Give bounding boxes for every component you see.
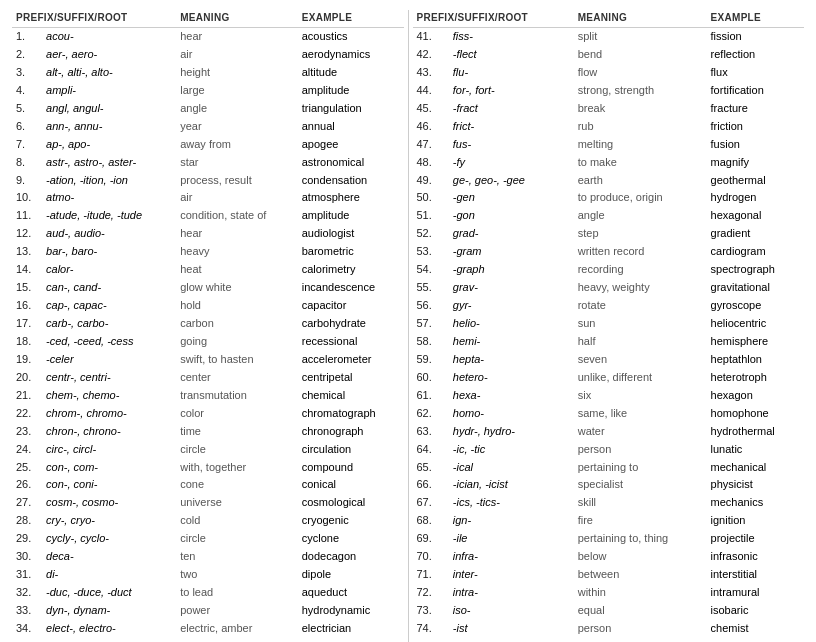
table-row: 65.-icalpertaining tomechanical xyxy=(413,459,805,477)
row-number: 4. xyxy=(12,82,42,100)
row-number: 61. xyxy=(413,387,449,405)
example-cell: homophone xyxy=(707,405,804,423)
prefix-cell: -gen xyxy=(449,189,574,207)
row-number: 62. xyxy=(413,405,449,423)
row-number: 42. xyxy=(413,46,449,64)
meaning-cell: person xyxy=(574,441,707,459)
prefix-cell: -ation, -ition, -ion xyxy=(42,172,176,190)
row-number: 58. xyxy=(413,333,449,351)
table-row: 30.deca-tendodecagon xyxy=(12,548,404,566)
meaning-cell: ten xyxy=(176,548,298,566)
table-row: 34.elect-, electro-electric, amberelectr… xyxy=(12,620,404,638)
example-cell: hexagon xyxy=(707,387,804,405)
right-table: Prefix/Suffix/Root meaning example 41.fi… xyxy=(413,10,805,642)
example-cell: audiologist xyxy=(298,225,404,243)
table-row: 7.ap-, apo-away fromapogee xyxy=(12,136,404,154)
table-row: 9.-ation, -ition, -ionprocess, resultcon… xyxy=(12,172,404,190)
example-cell: infrasonic xyxy=(707,548,804,566)
example-cell: mechanics xyxy=(707,494,804,512)
row-number: 20. xyxy=(12,369,42,387)
example-cell: recessional xyxy=(298,333,404,351)
example-cell: gyroscope xyxy=(707,297,804,315)
row-number: 31. xyxy=(12,566,42,584)
table-row: 15.can-, cand-glow whiteincandescence xyxy=(12,279,404,297)
table-row: 1.acou-hearacoustics xyxy=(12,28,404,46)
table-row: 12.aud-, audio-hearaudiologist xyxy=(12,225,404,243)
meaning-cell: state of xyxy=(176,638,298,642)
row-number: 57. xyxy=(413,315,449,333)
meaning-cell: heavy xyxy=(176,243,298,261)
row-number: 71. xyxy=(413,566,449,584)
meaning-cell: bend xyxy=(574,46,707,64)
prefix-cell: -fract xyxy=(449,100,574,118)
meaning-cell: strong, strength xyxy=(574,82,707,100)
table-row: 50.-gento produce, originhydrogen xyxy=(413,189,805,207)
example-cell: fusion xyxy=(707,136,804,154)
row-number: 74. xyxy=(413,620,449,638)
left-col3-header: example xyxy=(298,10,404,28)
example-cell: flux xyxy=(707,64,804,82)
table-row: 60.hetero-unlike, differentheterotroph xyxy=(413,369,805,387)
prefix-cell: hetero- xyxy=(449,369,574,387)
table-row: 26.con-, coni-coneconical xyxy=(12,476,404,494)
table-row: 44.for-, fort-strong, strengthfortificat… xyxy=(413,82,805,100)
prefix-cell: iso- xyxy=(449,602,574,620)
meaning-cell: angle xyxy=(574,207,707,225)
prefix-cell: infra- xyxy=(449,548,574,566)
table-row: 68.ign-fireignition xyxy=(413,512,805,530)
example-cell: carbohydrate xyxy=(298,315,404,333)
table-row: 5.angl, angul-angletriangulation xyxy=(12,100,404,118)
example-cell: aerodynamics xyxy=(298,46,404,64)
meaning-cell: rub xyxy=(574,118,707,136)
table-row: 19.-celerswift, to hastenaccelerometer xyxy=(12,351,404,369)
row-number: 13. xyxy=(12,243,42,261)
row-number: 48. xyxy=(413,154,449,172)
prefix-cell: carb-, carbo- xyxy=(42,315,176,333)
meaning-cell: electric, amber xyxy=(176,620,298,638)
example-cell: cryogenic xyxy=(298,512,404,530)
row-number: 32. xyxy=(12,584,42,602)
row-number: 19. xyxy=(12,351,42,369)
example-cell: gravitational xyxy=(707,279,804,297)
meaning-cell: large xyxy=(176,82,298,100)
prefix-cell: hydr-, hydro- xyxy=(449,423,574,441)
row-number: 5. xyxy=(12,100,42,118)
example-cell: mechanical xyxy=(707,459,804,477)
table-row: 2.aer-, aero-airaerodynamics xyxy=(12,46,404,64)
example-cell: projectile xyxy=(707,530,804,548)
meaning-cell: cold xyxy=(176,512,298,530)
table-row: 53.-gramwritten recordcardiogram xyxy=(413,243,805,261)
meaning-cell: pertaining to xyxy=(574,459,707,477)
prefix-cell: di- xyxy=(42,566,176,584)
row-number: 68. xyxy=(413,512,449,530)
meaning-cell: step xyxy=(574,225,707,243)
example-cell: ignition xyxy=(707,512,804,530)
row-number: 11. xyxy=(12,207,42,225)
table-row: 69.-ilepertaining to, thingprojectile xyxy=(413,530,805,548)
row-number: 17. xyxy=(12,315,42,333)
row-number: 41. xyxy=(413,28,449,46)
meaning-cell: hear xyxy=(176,28,298,46)
example-cell: hemisphere xyxy=(707,333,804,351)
table-row: 63.hydr-, hydro-waterhydrothermal xyxy=(413,423,805,441)
table-row: 10.atmo-airatmosphere xyxy=(12,189,404,207)
meaning-cell: height xyxy=(176,64,298,82)
prefix-cell: -istry xyxy=(449,638,574,642)
prefix-cell: alt-, alti-, alto- xyxy=(42,64,176,82)
row-number: 10. xyxy=(12,189,42,207)
table-row: 62.homo-same, likehomophone xyxy=(413,405,805,423)
prefix-cell: dyn-, dynam- xyxy=(42,602,176,620)
table-row: 33.dyn-, dynam-powerhydrodynamic xyxy=(12,602,404,620)
example-cell: cosmological xyxy=(298,494,404,512)
right-col3-header: example xyxy=(707,10,804,28)
example-cell: atmosphere xyxy=(298,189,404,207)
example-cell: gradient xyxy=(707,225,804,243)
table-row: 29.cycly-, cyclo-circlecyclone xyxy=(12,530,404,548)
left-half: Prefix/Suffix/Root meaning example 1.aco… xyxy=(12,10,404,642)
prefix-cell: -gram xyxy=(449,243,574,261)
example-cell: compound xyxy=(298,459,404,477)
prefix-cell: -ence xyxy=(42,638,176,642)
meaning-cell: specialist xyxy=(574,476,707,494)
prefix-cell: homo- xyxy=(449,405,574,423)
table-row: 21.chem-, chemo-transmutationchemical xyxy=(12,387,404,405)
